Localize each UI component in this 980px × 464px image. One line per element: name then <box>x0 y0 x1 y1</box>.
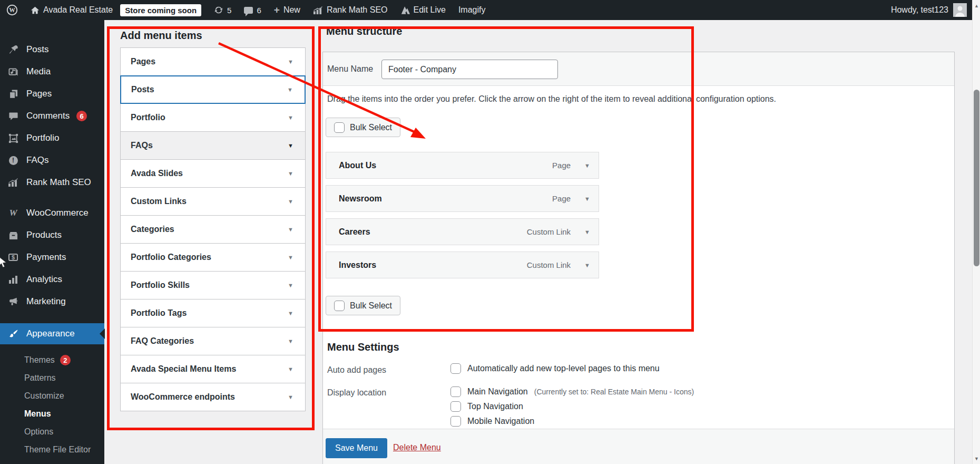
comments-bubble-icon <box>244 7 253 14</box>
sidebar-item-label: FAQs <box>26 155 49 166</box>
menu-item-investors[interactable]: Investors Custom Link ▼ <box>326 252 599 278</box>
bulk-select-button-top[interactable]: Bulk Select <box>326 118 400 137</box>
rank-math-seo-link[interactable]: Rank Math SEO <box>307 0 394 20</box>
chevron-down-icon[interactable]: ▼ <box>288 114 293 121</box>
accordion-woocommerce-endpoints[interactable]: WooCommerce endpoints ▼ <box>120 383 306 411</box>
sidebar-item-label: Pages <box>26 89 52 99</box>
sidebar-item-analytics[interactable]: Analytics <box>0 268 104 291</box>
sidebar-item-portfolio[interactable]: Portfolio <box>0 127 104 149</box>
menu-name-input[interactable] <box>381 60 558 79</box>
site-name-link[interactable]: Avada Real Estate <box>24 0 119 20</box>
chevron-down-icon[interactable]: ▼ <box>288 394 293 400</box>
sub-item-label: Themes <box>24 355 55 365</box>
accordion-custom-links[interactable]: Custom Links ▼ <box>120 187 306 216</box>
chevron-down-icon[interactable]: ▼ <box>288 254 293 260</box>
updates-count: 5 <box>227 6 231 15</box>
bulk-select-checkbox-bottom[interactable] <box>334 301 345 311</box>
comments-link[interactable]: 6 <box>238 0 267 20</box>
menu-item-newsroom[interactable]: Newsroom Page ▼ <box>326 185 599 212</box>
accordion-pages[interactable]: Pages ▼ <box>120 47 306 76</box>
sidebar-sub-patterns[interactable]: Patterns <box>0 369 104 387</box>
top-navigation-checkbox[interactable] <box>450 401 461 412</box>
accordion-portfolio-skills[interactable]: Portfolio Skills ▼ <box>120 271 306 299</box>
comment-icon <box>7 111 19 121</box>
menu-name-band: Menu Name <box>323 52 954 86</box>
accordion-faqs[interactable]: FAQs ▼ <box>120 131 306 160</box>
menu-item-about-us[interactable]: About Us Page ▼ <box>326 152 599 179</box>
rank-math-chart-icon <box>7 178 19 187</box>
sidebar-item-label: Posts <box>26 44 49 55</box>
bulk-select-button-bottom[interactable]: Bulk Select <box>326 296 400 315</box>
location-main-navigation: Main Navigation (Currently set to: Real … <box>450 386 694 397</box>
chevron-down-icon[interactable]: ▼ <box>584 262 590 268</box>
chevron-down-icon[interactable]: ▼ <box>288 59 293 65</box>
accordion-avada-slides[interactable]: Avada Slides ▼ <box>120 159 306 188</box>
chevron-down-icon[interactable]: ▼ <box>288 366 293 372</box>
accordion-portfolio[interactable]: Portfolio ▼ <box>120 103 306 132</box>
delete-menu-link[interactable]: Delete Menu <box>393 443 441 452</box>
chevron-down-icon[interactable]: ▼ <box>288 338 293 344</box>
chevron-down-icon[interactable]: ▼ <box>288 282 293 288</box>
auto-add-pages-checkbox[interactable] <box>450 363 461 374</box>
sidebar-sub-menus[interactable]: Menus <box>0 405 104 423</box>
page-scrollbar[interactable]: ▲ ▼ <box>972 0 980 464</box>
sidebar-item-products[interactable]: Products <box>0 224 104 246</box>
sidebar-item-media[interactable]: Media <box>0 61 104 83</box>
chevron-down-icon[interactable]: ▼ <box>288 142 293 149</box>
accordion-portfolio-tags[interactable]: Portfolio Tags ▼ <box>120 299 306 327</box>
avada-icon <box>400 6 410 15</box>
updates-link[interactable]: 5 <box>208 0 238 20</box>
accordion-faq-categories[interactable]: FAQ Categories ▼ <box>120 327 306 355</box>
wp-logo-menu[interactable]: W <box>0 0 24 20</box>
mobile-navigation-checkbox[interactable] <box>450 416 461 427</box>
bulk-select-checkbox-top[interactable] <box>334 122 345 133</box>
scroll-down-icon[interactable]: ▼ <box>973 454 980 463</box>
edit-live-link[interactable]: Edit Live <box>394 0 452 20</box>
wordpress-logo-icon: W <box>6 4 18 16</box>
chevron-down-icon[interactable]: ▼ <box>288 226 293 233</box>
rank-math-icon <box>313 6 323 15</box>
new-content-link[interactable]: + New <box>268 0 307 20</box>
sidebar-item-rank-math[interactable]: Rank Math SEO <box>0 171 104 194</box>
sidebar-sub-themes[interactable]: Themes 2 <box>0 351 104 369</box>
sidebar-item-faqs[interactable]: ! FAQs <box>0 149 104 171</box>
pages-icon <box>7 89 19 99</box>
menu-item-careers[interactable]: Careers Custom Link ▼ <box>326 218 599 245</box>
sidebar-item-comments[interactable]: Comments 6 <box>0 105 104 127</box>
sidebar-sub-theme-file-editor[interactable]: Theme File Editor <box>0 441 104 459</box>
chevron-down-icon[interactable]: ▼ <box>287 86 293 93</box>
sidebar-item-woocommerce[interactable]: W WooCommerce <box>0 202 104 224</box>
store-coming-soon-badge-wrap[interactable]: Store coming soon <box>119 0 208 20</box>
imagify-link[interactable]: Imagify <box>452 0 492 20</box>
media-icon <box>7 67 19 77</box>
sidebar-item-pages[interactable]: Pages <box>0 83 104 105</box>
chevron-down-icon[interactable]: ▼ <box>288 310 293 316</box>
chevron-down-icon[interactable]: ▼ <box>288 198 293 205</box>
save-menu-button[interactable]: Save Menu <box>326 438 387 458</box>
accordion-categories[interactable]: Categories ▼ <box>120 215 306 244</box>
sidebar-sub-customize[interactable]: Customize <box>0 387 104 405</box>
svg-text:W: W <box>9 7 15 13</box>
account-menu[interactable]: Howdy, test123 <box>891 3 972 17</box>
sidebar-item-payments[interactable]: $ Payments <box>0 246 104 268</box>
sidebar-item-marketing[interactable]: Marketing <box>0 291 104 313</box>
sidebar-sub-options[interactable]: Options <box>0 423 104 441</box>
accordion-avada-special-menu-items[interactable]: Avada Special Menu Items ▼ <box>120 355 306 383</box>
faq-exclamation-icon: ! <box>7 156 19 165</box>
site-name: Avada Real Estate <box>43 5 113 15</box>
payments-dollar-icon: $ <box>7 254 19 261</box>
chevron-down-icon[interactable]: ▼ <box>584 229 590 235</box>
chevron-down-icon[interactable]: ▼ <box>584 196 590 202</box>
sidebar-item-appearance[interactable]: Appearance <box>0 323 104 344</box>
scrollbar-thumb[interactable] <box>974 90 979 266</box>
accordion-portfolio-categories[interactable]: Portfolio Categories ▼ <box>120 243 306 272</box>
scroll-up-icon[interactable]: ▲ <box>973 1 980 10</box>
menu-item-type: Page <box>552 161 571 170</box>
location-top-navigation: Top Navigation <box>450 401 523 412</box>
accordion-posts[interactable]: Posts ▼ <box>120 75 306 104</box>
chevron-down-icon[interactable]: ▼ <box>584 162 590 169</box>
home-icon <box>31 6 40 15</box>
sidebar-item-posts[interactable]: Posts <box>0 38 104 61</box>
main-navigation-checkbox[interactable] <box>450 386 461 397</box>
chevron-down-icon[interactable]: ▼ <box>288 170 293 177</box>
